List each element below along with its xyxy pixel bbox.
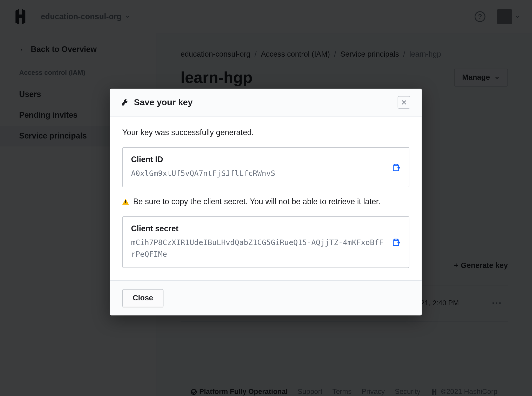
close-icon[interactable]: ✕: [398, 96, 410, 109]
modal-title-text: Save your key: [134, 97, 193, 107]
warning-icon: [122, 199, 129, 204]
client-id-label: Client ID: [131, 155, 385, 164]
key-icon: [122, 98, 129, 106]
clipboard-icon: [391, 237, 401, 247]
copy-client-secret-button[interactable]: [391, 237, 401, 247]
close-button[interactable]: Close: [122, 289, 164, 307]
copy-client-id-button[interactable]: [391, 163, 401, 172]
clipboard-icon: [391, 163, 401, 172]
save-key-modal: Save your key ✕ Your key was successfull…: [110, 89, 422, 315]
client-secret-label: Client secret: [131, 224, 385, 233]
warning-row: Be sure to copy the client secret. You w…: [122, 197, 409, 206]
success-message: Your key was successfully generated.: [122, 128, 409, 137]
client-id-value: A0xlGm9xtUf5vQA7ntFjSJflLfcRWnvS: [131, 168, 385, 179]
client-secret-box: Client secret mCih7P8CzXIR1UdeIBuLHvdQab…: [122, 216, 409, 268]
client-secret-value: mCih7P8CzXIR1UdeIBuLHvdQabZ1CG5GiRueQ15-…: [131, 237, 385, 260]
client-id-box: Client ID A0xlGm9xtUf5vQA7ntFjSJflLfcRWn…: [122, 147, 409, 187]
warning-text: Be sure to copy the client secret. You w…: [133, 197, 380, 206]
